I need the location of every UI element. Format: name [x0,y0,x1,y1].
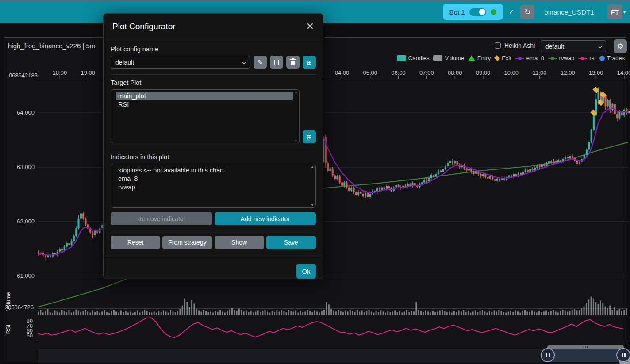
from-strategy-button[interactable]: From strategy [162,236,212,249]
bot-selector-pill[interactable]: Bot 1 [443,4,503,20]
legend-item-entry[interactable]: Entry [468,55,491,61]
show-button[interactable]: Show [215,236,264,249]
bot-name-label: Bot 1 [449,8,465,16]
scroll-up-icon: ▲ [311,165,314,168]
linedot-marker-icon [548,57,557,60]
gear-icon: ⚙ [617,42,623,50]
triangle-marker-icon [468,55,475,61]
time-axis-label: 08:00 [445,69,465,76]
listbox-scrollbar[interactable]: ▲▼ [310,165,315,207]
add-config-button[interactable]: ⊞ [303,56,316,69]
rect-marker-icon [397,55,406,61]
exchange-label: binance_USDT1 [544,8,594,16]
horizontal-scrollbar[interactable] [547,345,624,349]
check-icon: ✓ [509,8,515,16]
datazoom-minimap[interactable] [38,349,625,362]
heikin-ashi-label: Heikin Ashi [504,42,535,49]
legend-label: Trades [607,55,625,61]
plus-square-icon: ⊞ [307,134,312,141]
chevron-down-icon [242,59,246,64]
circle-marker-icon [599,56,605,61]
volume-pane-label: Volume [5,291,12,312]
datazoom-left-handle[interactable] [541,348,555,362]
remove-indicator-button[interactable]: Remove indicator [111,212,212,225]
axis-corner-label: 068642183 [0,72,38,79]
target-plot-item[interactable]: RSI [116,100,293,108]
plus-square-icon: ⊞ [307,59,312,66]
close-icon[interactable]: ✕ [306,22,314,31]
price-axis-label: 62,000 [8,218,35,225]
trash-icon [291,61,295,65]
plot-config-value: default [545,43,564,50]
datazoom-right-handle[interactable] [616,348,630,362]
indicator-item[interactable]: stoploss <-- not available in this chart [116,166,309,174]
add-subplot-button[interactable]: ⊞ [303,130,316,143]
price-axis-label: 63,000 [8,164,35,170]
legend-label: rvwap [559,55,575,61]
time-axis-label: 14:00 [615,69,630,76]
plot-settings-button[interactable]: ⚙ [614,39,627,53]
legend-item-rsi[interactable]: rsi [578,55,595,61]
target-plot-listbox[interactable]: main_plotRSI▲▼ [111,89,300,143]
plot-configurator-modal: Plot Configurator ✕ Plot config name def… [103,13,323,279]
linedot-marker-icon [578,57,587,60]
time-axis-label: 06:00 [389,69,408,76]
target-plot-label: Target Plot [111,79,316,86]
rename-config-button[interactable]: ✎ [254,56,267,69]
diamond-marker-icon [494,55,500,61]
ok-button[interactable]: Ok [296,264,316,279]
duplicate-config-button[interactable] [270,56,283,69]
chart-legend: CandlesVolumeEntryExitema_8rvwaprsiTrade… [397,55,625,61]
legend-label: Entry [477,55,491,61]
add-new-indicator-button[interactable]: Add new indicator [215,212,316,225]
heikin-ashi-checkbox[interactable] [495,42,501,49]
copy-icon [274,60,279,65]
chevron-down-icon [598,43,603,48]
time-axis-label: 18:00 [50,69,69,76]
toggle-knob [479,9,485,15]
bot-toggle[interactable] [469,8,486,16]
plot-config-select[interactable]: default [541,40,606,52]
time-axis-label: 12:00 [558,69,577,76]
legend-label: Candles [408,55,430,61]
rsi-axis-label: 50 [13,333,33,339]
modal-title: Plot Configurator [112,22,176,31]
time-axis-label: 07:00 [417,69,436,76]
scroll-down-icon: ▼ [295,139,298,142]
chevron-down-icon: ▾ [623,10,626,15]
time-axis-label: 19:00 [78,69,98,76]
pencil-icon: ✎ [257,59,263,66]
refresh-button[interactable]: ↻ [520,5,534,19]
reset-button[interactable]: Reset [111,236,160,249]
legend-item-candles[interactable]: Candles [397,55,430,61]
time-axis-label: 04:00 [332,69,352,76]
datazoom-selected-range[interactable] [547,349,623,362]
chart-title: high_frog_binance_v226 | 5m [8,42,95,50]
target-plot-item[interactable]: main_plot [116,92,293,100]
scroll-down-icon: ▼ [311,203,314,207]
legend-label: ema_8 [526,55,544,61]
indicator-item[interactable]: rvwap [116,183,309,191]
legend-label: rsi [589,55,595,61]
legend-item-volume[interactable]: Volume [433,55,464,61]
plot-config-name-label: Plot config name [111,46,316,53]
scrollbar-grip [584,346,588,348]
legend-item-ema_8[interactable]: ema_8 [515,55,544,61]
avatar: FT [607,4,622,19]
indicator-item[interactable]: ema_8 [116,175,309,183]
delete-config-button[interactable] [286,56,300,69]
price-axis-label: 61,000 [8,272,35,279]
time-axis-label: 11:00 [530,69,549,76]
listbox-scrollbar[interactable]: ▲▼ [293,91,299,142]
legend-item-exit[interactable]: Exit [495,55,511,61]
rsi-pane-label: RSI [5,322,12,337]
indicators-label: Indicators in this plot [111,153,316,161]
plot-config-name-select[interactable]: default [111,56,250,69]
legend-label: Exit [502,55,511,61]
indicators-listbox[interactable]: stoploss <-- not available in this chart… [111,164,316,208]
save-button[interactable]: Save [266,236,316,249]
legend-item-trades[interactable]: Trades [599,55,625,61]
legend-item-rvwap[interactable]: rvwap [548,55,575,61]
user-menu[interactable]: FT ▾ [607,4,626,19]
legend-label: Volume [445,55,464,61]
